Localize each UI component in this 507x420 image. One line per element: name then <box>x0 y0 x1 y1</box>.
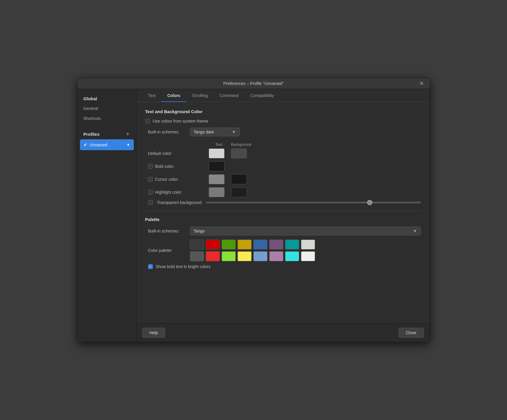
default-color-row: Default color: <box>145 148 421 158</box>
palette-swatch-1-5[interactable] <box>269 251 283 261</box>
highlight-color-text-swatch[interactable] <box>209 187 225 197</box>
profile-check-icon: ✔ <box>83 142 87 148</box>
highlight-color-label: Highlight color: <box>148 190 207 195</box>
tab-text[interactable]: Text <box>142 89 162 102</box>
color-palette-row: Color palette: <box>145 240 421 261</box>
sidebar-item-unnamed[interactable]: ✔ Unnamed ▼ <box>80 139 134 150</box>
colors-panel: Text and Background Color Use colors fro… <box>136 102 430 323</box>
highlight-color-bg-swatch[interactable] <box>231 187 247 197</box>
palette-schemes-row: Built-in schemes: Tango ▼ <box>145 227 421 235</box>
transparency-slider[interactable] <box>206 202 421 203</box>
col-header-text: Text <box>209 142 229 147</box>
section-title-text-bg: Text and Background Color <box>145 109 421 114</box>
highlight-color-checkbox[interactable] <box>148 190 153 195</box>
palette-swatch-1-1[interactable] <box>206 251 220 261</box>
highlight-color-row: Highlight color: <box>145 187 421 197</box>
cursor-color-label: Cursor color: <box>148 177 207 182</box>
sidebar-item-general[interactable]: General <box>78 103 136 113</box>
profiles-header: Profiles + <box>78 128 136 139</box>
palette-swatch-0-3[interactable] <box>237 240 252 250</box>
bold-color-checkbox[interactable] <box>148 164 153 169</box>
slider-thumb[interactable] <box>367 200 372 205</box>
divider <box>145 211 421 211</box>
builtin-schemes-row: Built-in schemes: Tango dark ▼ <box>145 128 421 136</box>
tab-colors[interactable]: Colors <box>161 89 186 102</box>
use-system-theme-checkbox[interactable] <box>145 119 150 123</box>
palette-row-1 <box>190 240 315 250</box>
tabs-bar: Text Colors Scrolling Command Compatibil… <box>136 89 430 102</box>
main-content: Global General Shortcuts Profiles + ✔ Un… <box>78 89 430 342</box>
palette-swatch-1-2[interactable] <box>222 251 236 261</box>
profile-name: Unnamed <box>90 143 108 147</box>
transparent-bg-row: Transparent background <box>145 200 421 205</box>
default-color-text-swatch[interactable] <box>209 148 225 158</box>
tab-command[interactable]: Command <box>214 89 245 102</box>
palette-color-label: Color palette: <box>148 248 186 253</box>
chevron-down-icon: ▼ <box>127 143 130 147</box>
cursor-color-text-swatch[interactable] <box>209 174 225 184</box>
bold-color-text-swatch[interactable] <box>209 161 225 171</box>
close-icon[interactable]: ✕ <box>418 80 426 87</box>
use-system-theme-row: Use colors from system theme <box>145 119 421 123</box>
transparent-bg-label: Transparent background <box>157 200 202 205</box>
col-header-bg: Background <box>231 142 252 147</box>
palette-swatch-1-4[interactable] <box>253 251 267 261</box>
bold-color-label: Bold color: <box>148 164 207 169</box>
bottombar: Help Close <box>136 323 430 342</box>
palette-schemes-label: Built-in schemes: <box>148 229 186 233</box>
show-bold-row: Show bold text in bright colors <box>145 264 421 269</box>
show-bold-checkbox[interactable] <box>148 264 153 269</box>
cursor-color-checkbox[interactable] <box>148 177 153 182</box>
palette-dropdown-arrow-icon: ▼ <box>413 229 417 233</box>
palette-swatch-0-2[interactable] <box>222 240 236 250</box>
use-system-theme-label: Use colors from system theme <box>153 119 208 123</box>
palette-swatch-0-5[interactable] <box>269 240 283 250</box>
palette-swatch-0-1[interactable] <box>206 240 220 250</box>
cursor-color-bg-swatch[interactable] <box>231 174 247 184</box>
palette-swatch-1-3[interactable] <box>237 251 252 261</box>
builtin-schemes-value: Tango dark <box>194 130 214 134</box>
builtin-schemes-dropdown[interactable]: Tango dark ▼ <box>190 128 240 136</box>
default-color-label: Default color: <box>148 151 207 156</box>
default-color-bg-swatch[interactable] <box>231 148 247 158</box>
palette-swatch-1-0[interactable] <box>190 251 204 261</box>
preferences-window: Preferences – Profile "Unnamed" ✕ Global… <box>77 78 430 342</box>
palette-swatch-1-7[interactable] <box>301 251 315 261</box>
section-title-palette: Palette <box>145 217 421 222</box>
palette-schemes-dropdown[interactable]: Tango ▼ <box>190 227 421 235</box>
tab-scrolling[interactable]: Scrolling <box>186 89 214 102</box>
main-panel: Text Colors Scrolling Command Compatibil… <box>136 89 430 342</box>
sidebar-item-shortcuts[interactable]: Shortcuts <box>78 113 136 123</box>
show-bold-label: Show bold text in bright colors <box>156 264 211 269</box>
dropdown-arrow-icon: ▼ <box>232 130 236 134</box>
color-grid-header: Text Background <box>145 142 421 147</box>
palette-swatch-0-0[interactable] <box>190 240 204 250</box>
profiles-label: Profiles <box>83 132 100 137</box>
global-section-label: Global <box>78 94 136 103</box>
close-button[interactable]: Close <box>399 328 424 338</box>
builtin-schemes-label: Built-in schemes: <box>148 130 186 134</box>
sidebar: Global General Shortcuts Profiles + ✔ Un… <box>78 89 136 342</box>
titlebar: Preferences – Profile "Unnamed" ✕ <box>78 78 430 89</box>
palette-swatch-1-6[interactable] <box>285 251 299 261</box>
cursor-color-row: Cursor color: <box>145 174 421 184</box>
transparent-bg-checkbox[interactable] <box>148 200 153 205</box>
palette-swatch-0-7[interactable] <box>301 240 315 250</box>
color-palette-grid <box>190 240 315 261</box>
palette-row-2 <box>190 251 315 261</box>
window-title: Preferences – Profile "Unnamed" <box>223 81 284 86</box>
palette-swatch-0-4[interactable] <box>253 240 267 250</box>
add-profile-button[interactable]: + <box>126 131 130 137</box>
tab-compatibility[interactable]: Compatibility <box>245 89 280 102</box>
help-button[interactable]: Help <box>142 328 165 338</box>
bold-color-row: Bold color: <box>145 161 421 171</box>
palette-schemes-value: Tango <box>194 229 205 233</box>
palette-swatch-0-6[interactable] <box>285 240 299 250</box>
